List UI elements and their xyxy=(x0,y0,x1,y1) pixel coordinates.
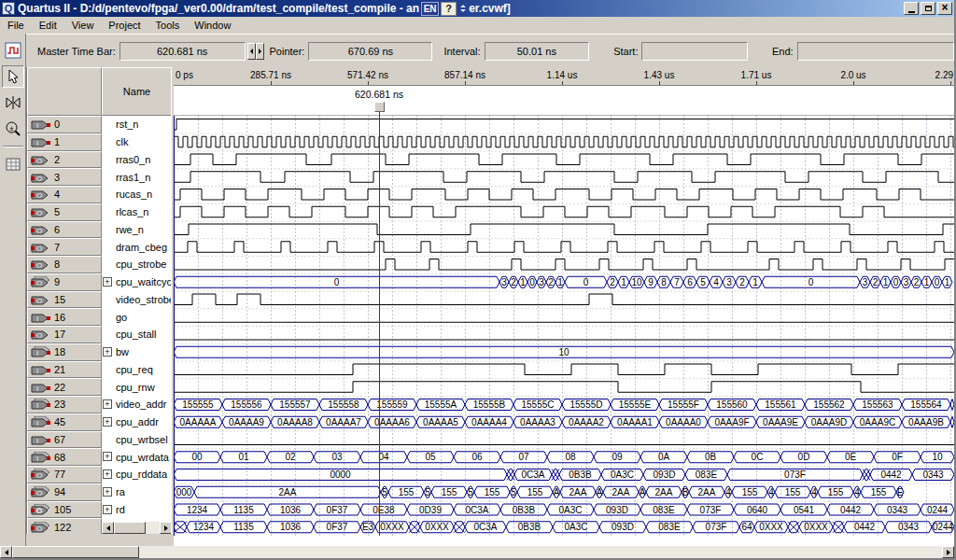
close-button[interactable]: × xyxy=(937,2,952,15)
signal-name-cell[interactable]: +cpu_waitcyc xyxy=(102,273,171,291)
waveform-row-cpu_req[interactable] xyxy=(174,364,954,375)
signal-row[interactable]: O9+cpu_waitcyc xyxy=(27,273,171,291)
signal-row[interactable]: I0rst_n xyxy=(27,116,171,133)
menu-view[interactable]: View xyxy=(64,18,102,33)
waveform-row-video_strobe[interactable] xyxy=(174,294,954,305)
waveform-row-cpu_strobe[interactable] xyxy=(174,259,954,271)
waveform-row-dram_cbeg[interactable] xyxy=(174,242,954,253)
signal-handle[interactable]: I22 xyxy=(27,378,102,396)
master-time-bar-handle[interactable] xyxy=(374,102,385,112)
menu-file[interactable]: File xyxy=(0,18,32,33)
waveform-row-cpu_rddata[interactable]: 00000C3A0B3B0A3C093D083E073F04420343 xyxy=(174,469,954,481)
menu-project[interactable]: Project xyxy=(101,18,148,33)
waveform-row-bw[interactable]: 10 xyxy=(174,346,954,357)
scroll-left-icon[interactable] xyxy=(102,522,114,534)
signal-row[interactable]: O94+ra xyxy=(27,483,171,501)
master-time-value[interactable]: 620.681 ns xyxy=(120,42,246,61)
help-icon[interactable]: ? xyxy=(441,2,457,16)
signal-handle[interactable]: I0 xyxy=(27,116,102,133)
snap-to-edge-tool-icon[interactable] xyxy=(2,91,24,114)
zoom-tool-icon[interactable]: ± xyxy=(2,118,24,140)
signal-handle[interactable]: O77 xyxy=(27,466,102,483)
signal-row[interactable]: O5rlcas_n xyxy=(27,203,171,221)
signal-name-cell[interactable]: video_strobe xyxy=(102,291,171,309)
signal-name-cell[interactable]: +rd xyxy=(102,501,171,519)
waveform-row-cpu_rnw[interactable] xyxy=(174,382,954,393)
signal-handle[interactable]: O122 xyxy=(27,518,102,534)
signal-name-cell[interactable]: cpu_stall xyxy=(102,326,171,343)
language-indicator-badge[interactable]: EN xyxy=(421,2,439,16)
signal-name-cell[interactable]: clk xyxy=(102,133,171,151)
waveform-row-rlcas_n[interactable] xyxy=(174,206,954,217)
signal-row[interactable]: I67cpu_wrbsel xyxy=(27,431,171,449)
signal-name-cell[interactable]: cpu_wrbsel xyxy=(102,431,171,449)
signal-handle[interactable]: I16 xyxy=(27,308,102,326)
menu-window[interactable]: Window xyxy=(187,18,238,33)
signal-row[interactable]: O7dram_cbeg xyxy=(27,238,171,256)
signal-handle[interactable]: I23 xyxy=(27,396,102,413)
signal-name-cell[interactable]: +cpu_addr xyxy=(102,413,171,431)
signal-row[interactable]: I23+video_addr xyxy=(27,396,171,413)
signal-name-cell[interactable]: +cpu_rddata xyxy=(102,466,171,483)
main-horizontal-scrollbar[interactable] xyxy=(0,546,954,558)
signal-row[interactable]: O105+rd xyxy=(27,501,171,519)
master-time-bar-track[interactable]: 620.681 ns xyxy=(174,86,954,116)
master-time-spinner[interactable] xyxy=(247,43,264,60)
signal-row[interactable]: O15video_strobe xyxy=(27,291,171,309)
signal-name-cell[interactable]: rwe_n xyxy=(102,221,171,239)
signal-name-cell[interactable]: go xyxy=(102,308,171,326)
expand-button[interactable]: + xyxy=(103,347,112,357)
waveform-row-rd~result[interactable]: 1234113510360F37E30XXX0XXX0C3A0B3B0A3C09… xyxy=(174,522,954,533)
signal-name-cell[interactable]: rlcas_n xyxy=(102,203,171,221)
signal-name-cell[interactable]: +ra xyxy=(102,483,171,501)
signal-row[interactable]: O4rucas_n xyxy=(27,186,171,203)
signal-handle[interactable]: O17 xyxy=(27,326,102,343)
expand-button[interactable]: + xyxy=(103,417,112,427)
signal-name-cell[interactable]: cpu_strobe xyxy=(102,256,171,273)
waveform-row-ra[interactable]: 0002AA5155515551555155A2AAA2AAA2AAB2AA41… xyxy=(174,486,904,497)
signal-handle[interactable]: O9 xyxy=(27,273,102,291)
waveform-row-rucas_n[interactable] xyxy=(174,189,954,201)
titlebar-spinner-icon[interactable] xyxy=(458,2,467,15)
signal-row[interactable]: O6rwe_n xyxy=(27,221,171,239)
scroll-right-icon[interactable] xyxy=(160,522,171,534)
signal-name-cell[interactable]: rras0_n xyxy=(102,151,171,169)
selection-tool-icon[interactable] xyxy=(2,65,24,88)
signal-name-cell[interactable]: +bw xyxy=(102,343,171,361)
waveform-row-clk[interactable] xyxy=(174,136,954,147)
waveform-file-icon[interactable] xyxy=(2,39,24,62)
waveform-row-cpu_wrdata[interactable]: 000102030405060708090A0B0C0D0E0F10 xyxy=(174,452,954,463)
menu-edit[interactable]: Edit xyxy=(32,18,64,33)
signal-handle[interactable]: O105 xyxy=(27,501,102,519)
signal-row[interactable]: O17cpu_stall xyxy=(27,326,171,343)
signal-row[interactable]: I18+bw xyxy=(27,343,171,361)
signal-handle[interactable]: O94 xyxy=(27,483,102,501)
waveform-row-video_addr[interactable]: 15555515555615555715555815555915555A1555… xyxy=(174,399,954,411)
signal-handle[interactable]: O15 xyxy=(27,291,102,309)
scroll-left-icon[interactable] xyxy=(0,546,12,558)
signal-name-cell[interactable]: dram_cbeg xyxy=(102,238,171,256)
signal-row[interactable]: I68+cpu_wrdata xyxy=(27,448,171,466)
signal-name-cell[interactable]: rucas_n xyxy=(102,186,171,203)
names-horizontal-scrollbar[interactable] xyxy=(102,522,171,534)
menu-tools[interactable]: Tools xyxy=(148,18,188,33)
signal-handle[interactable]: O4 xyxy=(27,186,102,203)
signal-row[interactable]: O3rras1_n xyxy=(27,168,171,186)
waveform-row-rras1_n[interactable] xyxy=(174,172,954,183)
signal-row[interactable]: I22cpu_rnw xyxy=(27,378,171,396)
signal-row[interactable]: I45+cpu_addr xyxy=(27,413,171,431)
signal-handle[interactable]: O5 xyxy=(27,203,102,221)
signal-handle[interactable]: O8 xyxy=(27,256,102,273)
expand-button[interactable]: + xyxy=(103,505,112,514)
signal-name-cell[interactable]: rst_n xyxy=(102,116,171,133)
signal-handle[interactable]: O3 xyxy=(27,168,102,186)
signal-handle[interactable]: O2 xyxy=(27,151,102,169)
waveform-row-cpu_waitcyc[interactable]: 03210321021109876543210321032101 xyxy=(174,276,952,287)
signal-row[interactable]: I21cpu_req xyxy=(27,361,171,379)
signal-name-cell[interactable]: +cpu_wrdata xyxy=(102,448,171,466)
signal-handle[interactable]: I45 xyxy=(27,413,102,431)
signal-row[interactable]: I16go xyxy=(27,308,171,326)
waveform-row-rras0_n[interactable] xyxy=(174,154,954,165)
expand-button[interactable]: + xyxy=(103,469,112,479)
grid-tool-icon[interactable] xyxy=(2,153,24,175)
